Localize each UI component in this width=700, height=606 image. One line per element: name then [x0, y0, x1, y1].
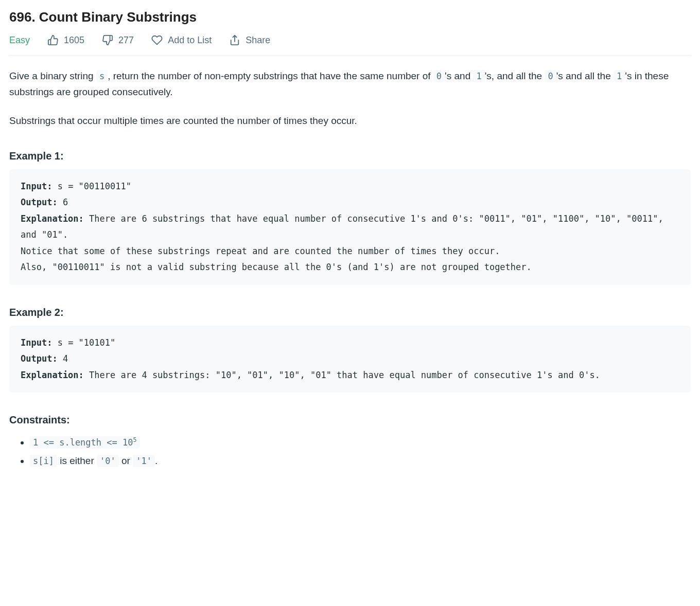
output-label: Output:	[21, 197, 58, 207]
code-1: 1	[473, 70, 484, 82]
input-label: Input:	[21, 337, 52, 348]
meta-row: Easy 1605 277 Add to List Share	[9, 34, 691, 56]
constraints-list: 1 <= s.length <= 105 s[i] is either '0' …	[9, 433, 691, 470]
problem-title: 696. Count Binary Substrings	[9, 9, 691, 25]
thumbs-down-icon	[102, 34, 113, 46]
code-0: 0	[433, 70, 445, 82]
dislike-button[interactable]: 277	[102, 34, 134, 46]
thumbs-up-icon	[47, 34, 59, 46]
constraint-code: s[i]	[30, 455, 57, 467]
likes-count: 1605	[64, 35, 84, 46]
code-1b: 1	[614, 70, 625, 82]
explanation-label: Explanation:	[21, 213, 84, 224]
problem-description: Give a binary string s, return the numbe…	[9, 68, 691, 129]
example-2-heading: Example 2:	[9, 307, 691, 318]
share-button[interactable]: Share	[229, 34, 270, 46]
add-to-list-button[interactable]: Add to List	[151, 34, 212, 46]
dislikes-count: 277	[118, 35, 134, 46]
share-icon	[229, 34, 240, 46]
constraint-code: 1 <= s.length <= 105	[30, 436, 140, 449]
constraint-code: '0'	[97, 455, 119, 467]
input-label: Input:	[21, 181, 52, 191]
example-1-heading: Example 1:	[9, 150, 691, 162]
like-button[interactable]: 1605	[47, 34, 84, 46]
code-0b: 0	[545, 70, 556, 82]
example-1-block: Input: s = "00110011" Output: 6 Explanat…	[9, 169, 691, 285]
difficulty-label: Easy	[9, 35, 30, 46]
output-label: Output:	[21, 353, 58, 364]
heart-icon	[151, 34, 163, 46]
example-2-block: Input: s = "10101" Output: 4 Explanation…	[9, 326, 691, 393]
share-label: Share	[246, 35, 270, 46]
constraints-heading: Constraints:	[9, 414, 691, 426]
description-paragraph-2: Substrings that occur multiple times are…	[9, 113, 691, 129]
code-s: s	[96, 70, 108, 82]
description-paragraph-1: Give a binary string s, return the numbe…	[9, 68, 691, 100]
constraint-item: s[i] is either '0' or '1'.	[30, 452, 691, 470]
explanation-label: Explanation:	[21, 370, 84, 380]
constraint-item: 1 <= s.length <= 105	[30, 433, 691, 452]
add-to-list-label: Add to List	[168, 35, 212, 46]
constraint-code: '1'	[133, 455, 155, 467]
